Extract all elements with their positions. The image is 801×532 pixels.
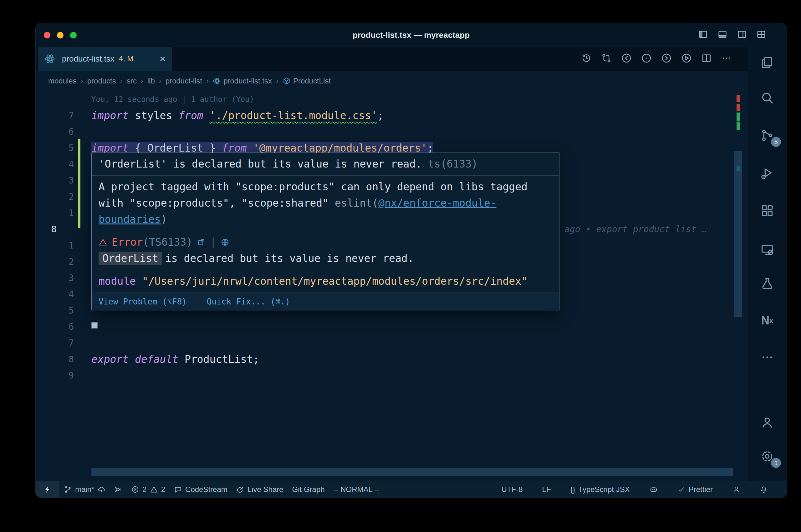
feedback-icon <box>732 486 740 494</box>
minimize-window-button[interactable] <box>57 32 63 38</box>
breadcrumb-item[interactable]: modules <box>48 77 77 86</box>
git-graph-button-icon[interactable] <box>110 481 127 498</box>
more-views-icon[interactable] <box>748 350 787 364</box>
files-icon[interactable] <box>748 55 787 70</box>
feedback-status[interactable] <box>728 481 745 498</box>
live-share-status[interactable]: Live Share <box>232 481 288 498</box>
hover-popup: 'OrderList' is declared but its value is… <box>91 153 560 310</box>
breadcrumb-item[interactable]: src <box>127 77 137 86</box>
remote-indicator[interactable] <box>36 481 59 498</box>
nx-console-icon[interactable]: Nx <box>748 314 787 328</box>
module-keyword: module <box>98 275 136 287</box>
error-message-rest: is declared but its value is never read. <box>165 252 414 264</box>
account-icon[interactable] <box>748 415 787 430</box>
vim-mode-status[interactable]: -- NORMAL -- <box>329 481 384 498</box>
codestream-label: CodeStream <box>185 485 227 494</box>
code-line-export-default[interactable]: export default ProductList; <box>36 352 748 367</box>
previous-change-icon[interactable] <box>621 53 632 65</box>
git-branch-icon <box>64 486 72 494</box>
prettier-status[interactable]: Prettier <box>673 481 717 498</box>
close-window-button[interactable] <box>44 32 50 38</box>
titlebar: product-list.tsx — myreactapp <box>36 23 787 47</box>
branch-name: main* <box>75 485 94 494</box>
live-share-label: Live Share <box>248 485 284 494</box>
beaker-icon[interactable] <box>748 276 787 291</box>
toggle-panel-right-icon[interactable] <box>736 29 747 41</box>
vscode-window: product-list.tsx — myreactapp product-li… <box>35 23 787 498</box>
vim-mode-label: -- NORMAL -- <box>333 485 380 494</box>
settings-gear-icon[interactable]: 1 <box>748 449 787 463</box>
severity-label: Error <box>112 236 143 248</box>
code-line-empty[interactable] <box>36 367 748 384</box>
breadcrumb-item-symbol[interactable]: ProductList <box>293 77 331 86</box>
copilot-status[interactable] <box>645 481 662 498</box>
git-graph-label: Git Graph <box>292 485 325 494</box>
git-graph-status[interactable]: Git Graph <box>288 481 329 498</box>
git-graph-icon <box>114 486 122 494</box>
external-link-icon[interactable] <box>197 238 205 247</box>
code-line-empty[interactable] <box>36 319 748 335</box>
git-compare-icon[interactable] <box>601 53 612 65</box>
remote-explorer-icon[interactable] <box>748 243 787 257</box>
code-line-empty[interactable] <box>36 124 748 140</box>
toggle-panel-left-icon[interactable] <box>698 29 708 41</box>
eol-status[interactable]: LF <box>538 481 556 498</box>
breadcrumb-item-file[interactable]: product-list.tsx <box>223 77 272 86</box>
tab-label: product-list.tsx <box>62 54 114 64</box>
extensions-icon[interactable] <box>748 204 787 218</box>
breadcrumb-item[interactable]: product-list <box>165 77 202 86</box>
next-change-icon[interactable] <box>661 53 672 65</box>
react-icon <box>213 77 221 85</box>
hover-diagnostic-title: 'OrderList' is declared but its value is… <box>92 153 559 176</box>
vertical-scrollbar[interactable] <box>734 151 742 317</box>
globe-icon[interactable] <box>221 238 229 247</box>
breadcrumb-item[interactable]: products <box>87 77 116 86</box>
run-icon[interactable] <box>681 53 692 65</box>
symbol-chip: OrderList <box>98 252 162 265</box>
tab-product-list[interactable]: product-list.tsx 4, M × <box>38 47 172 71</box>
customize-layout-icon[interactable] <box>756 29 767 41</box>
problems-status[interactable]: 2 2 <box>127 481 169 498</box>
quick-fix-button[interactable]: Quick Fix... (⌘.) <box>207 297 290 306</box>
warning-icon <box>150 486 158 494</box>
eslint-source-suffix: ) <box>161 213 167 225</box>
live-share-icon <box>236 486 244 494</box>
circle-icon[interactable] <box>641 53 652 65</box>
hover-resize-grip[interactable] <box>91 322 98 328</box>
run-debug-icon[interactable] <box>748 166 787 180</box>
module-path: "/Users/juri/nrwl/content/myreactapp/mod… <box>142 275 528 287</box>
editor-pane[interactable]: 7 6 5 4 3 2 1 8 1 2 3 4 5 6 7 8 9 You, 1… <box>36 91 748 481</box>
code-line-empty[interactable] <box>36 335 748 352</box>
more-actions-icon[interactable] <box>721 53 732 65</box>
breadcrumb-separator: › <box>159 77 161 86</box>
prettier-label: Prettier <box>689 485 713 494</box>
notifications-status[interactable] <box>755 481 772 498</box>
tab-close-icon[interactable]: × <box>160 54 165 64</box>
bell-icon <box>760 486 768 494</box>
alert-triangle-icon <box>98 238 107 247</box>
history-icon[interactable] <box>581 53 592 65</box>
maximize-window-button[interactable] <box>70 32 77 38</box>
split-editor-icon[interactable] <box>701 53 712 65</box>
hover-actions: View Problem (⌥F8) Quick Fix... (⌘.) <box>92 293 559 310</box>
error-icon <box>131 486 139 494</box>
breadcrumb-separator: › <box>81 77 83 86</box>
breadcrumb-item[interactable]: lib <box>147 77 155 86</box>
codestream-status[interactable]: CodeStream <box>169 481 232 498</box>
horizontal-scrollbar[interactable] <box>91 468 733 476</box>
view-problem-button[interactable]: View Problem (⌥F8) <box>98 297 187 306</box>
encoding-status[interactable]: UTF-8 <box>497 481 527 498</box>
search-icon[interactable] <box>748 91 787 105</box>
symbol-cube-icon <box>283 77 291 85</box>
overview-error-mark <box>736 104 740 111</box>
toggle-panel-bottom-icon[interactable] <box>717 29 728 41</box>
code-line-import-styles[interactable]: import styles from './product-list.modul… <box>36 108 748 124</box>
breadcrumb-separator: › <box>141 77 143 86</box>
source-control-icon[interactable]: 5 <box>748 128 787 142</box>
git-branch-status[interactable]: main* <box>59 481 110 498</box>
language-mode-status[interactable]: {}TypeScript JSX <box>566 481 634 498</box>
eslint-source-prefix: eslint( <box>329 197 378 209</box>
check-icon <box>677 486 686 494</box>
warning-count: 2 <box>161 485 165 494</box>
activity-bar: 5 Nx 1 <box>748 47 787 481</box>
